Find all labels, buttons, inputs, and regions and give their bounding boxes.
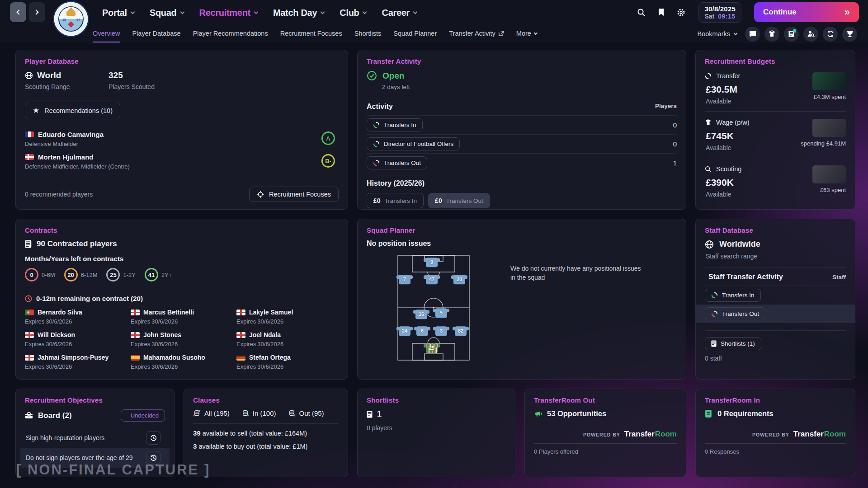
staff-transfers-out-button[interactable]: Transfers Out: [705, 307, 765, 320]
scouting-person-search-icon[interactable]: [803, 27, 818, 42]
card-title: Transfer Activity: [367, 57, 677, 65]
history-amount: £0: [435, 197, 442, 204]
menu-club[interactable]: Club: [340, 8, 366, 18]
nav-forward-button[interactable]: [29, 2, 45, 22]
pitch-jersey-3[interactable]: 3: [435, 326, 447, 336]
objective-history-button[interactable]: [146, 431, 160, 445]
requirements-headline: 0 Requirements: [717, 409, 774, 418]
expiring-player[interactable]: Stefan Ortega Expires30/6/2026: [236, 354, 339, 370]
pitch-jersey-82[interactable]: 82: [455, 326, 467, 336]
pitch-jersey-5[interactable]: 5: [435, 308, 447, 318]
nav-back-button[interactable]: [10, 2, 26, 22]
card-transferroom-in: TransferRoom In 0 Requirements POWERED B…: [695, 389, 855, 477]
pitch-jersey-24[interactable]: 24: [399, 326, 410, 336]
tab-player-recommendations[interactable]: Player Recommendations: [193, 25, 268, 42]
menu-label: Recruitment: [199, 8, 250, 18]
ring-label: 1-2Y: [123, 272, 135, 278]
player-name: Jahmai Simpson-Pusey: [38, 354, 108, 361]
board-objectives-label[interactable]: Board (2): [25, 411, 72, 420]
recruitment-focuses-button[interactable]: Recruitment Focuses: [249, 187, 339, 202]
expiring-player[interactable]: Marcus Bettinelli Expires30/6/2026: [131, 309, 233, 325]
nationality-flag: [25, 355, 34, 361]
transfer-out-cycle-icon: [711, 310, 718, 317]
expiring-player[interactable]: Will Dickson Expires30/6/2026: [25, 331, 127, 347]
messages-icon[interactable]: [745, 27, 760, 42]
expires-label: Expires: [25, 363, 44, 370]
menu-match-day[interactable]: Match Day: [273, 8, 324, 18]
continue-button[interactable]: Continue »: [754, 2, 859, 22]
expires-label: Expires: [236, 363, 256, 370]
player-position: Defensive Midfielder: [25, 141, 104, 147]
shortlists-players-note: 0 players: [367, 424, 506, 432]
pitch-jersey-9[interactable]: 9: [426, 258, 438, 267]
chevron-down-icon: [180, 9, 184, 14]
settings-gear-icon[interactable]: [675, 6, 687, 18]
tab-transfer-activity[interactable]: Transfer Activity: [449, 25, 504, 42]
tab-shortlists[interactable]: Shortlists: [354, 25, 382, 42]
menu-portal[interactable]: Portal: [102, 8, 134, 18]
club-crest-manchester-city[interactable]: 18 94: [52, 0, 90, 38]
tab-overview[interactable]: Overview: [93, 25, 120, 42]
briefcase-icon: [25, 412, 33, 419]
ring-6-12m[interactable]: 206-12M: [64, 268, 98, 282]
tab-recruitment-focuses[interactable]: Recruitment Focuses: [280, 25, 342, 42]
shortlists-count-row[interactable]: 1: [367, 409, 506, 419]
tab-player-database[interactable]: Player Database: [132, 25, 180, 42]
expiring-player[interactable]: Joel Ndala Expires30/6/2026: [236, 331, 339, 347]
game-date-time[interactable]: 30/8/2025 Sat09:15: [698, 2, 741, 23]
expiring-player[interactable]: John Stones Expires30/6/2026: [131, 331, 233, 347]
opportunities-row[interactable]: 53 Opportunities: [534, 409, 677, 418]
ring-0-6m[interactable]: 00-6M: [25, 268, 55, 282]
staff-transfers-in-button[interactable]: Transfers In: [705, 289, 761, 302]
undecided-status-badge[interactable]: - Undecided: [121, 409, 165, 422]
bookmarks-dropdown[interactable]: Bookmarks: [697, 30, 737, 38]
tab-more[interactable]: More: [516, 25, 537, 42]
expiring-player[interactable]: Lakyle Samuel Expires30/6/2026: [236, 309, 339, 325]
requirements-row[interactable]: 0 Requirements: [705, 409, 846, 418]
objective-row[interactable]: Sign high-reputation players: [25, 428, 165, 448]
recommended-player-row[interactable]: Eduardo Camavinga Defensive Midfielder A: [25, 131, 339, 147]
recommendations-button[interactable]: ★ Recommendations (10): [25, 102, 120, 119]
squad-jersey-icon[interactable]: [764, 27, 779, 42]
trophy-competitions-icon[interactable]: [842, 27, 857, 42]
budget-scouting[interactable]: Scouting £390K Available £63 spent: [705, 164, 846, 199]
squad-planner-pitch[interactable]: 97472016524638225: [397, 255, 470, 361]
expiring-player[interactable]: Jahmai Simpson-Pusey Expires30/6/2026: [25, 354, 127, 370]
menu-label: Career: [382, 8, 410, 18]
pitch-jersey-7[interactable]: 7: [399, 275, 410, 284]
expiring-player[interactable]: Mahamadou Susoho Expires30/6/2026: [131, 354, 233, 370]
pitch-jersey-25[interactable]: 25: [426, 343, 438, 353]
dof-offers-button[interactable]: Director of Football Offers: [367, 137, 460, 150]
list-document-icon: [367, 411, 373, 418]
pitch-jersey-16[interactable]: 16: [415, 310, 427, 319]
transfers-in-button[interactable]: Transfers In: [367, 118, 423, 131]
transfer-news-icon[interactable]: [784, 27, 799, 42]
tab-label: Shortlists: [354, 30, 382, 37]
tab-label: Transfer Activity: [449, 30, 495, 37]
menu-recruitment[interactable]: Recruitment: [199, 8, 258, 18]
clauses-filter-out[interactable]: Out (95): [288, 409, 324, 417]
budget-transfer[interactable]: Transfer £30.5M Available £4.3M spent: [705, 70, 846, 106]
history-transfers-out-button[interactable]: £0 Transfers Out: [428, 193, 490, 208]
pitch-jersey-6[interactable]: 6: [416, 326, 428, 336]
transferroom-brand: Transfer: [793, 430, 824, 439]
budget-value: £390K: [706, 177, 812, 188]
pitch-jersey-47[interactable]: 47: [426, 275, 438, 284]
pitch-jersey-20[interactable]: 20: [453, 275, 465, 284]
search-icon[interactable]: [635, 6, 647, 18]
sync-refresh-icon[interactable]: [823, 27, 838, 42]
clauses-filter-all[interactable]: All (195): [193, 409, 230, 417]
staff-shortlists-button[interactable]: Shortlists (1): [705, 337, 761, 350]
menu-career[interactable]: Career: [382, 8, 417, 18]
history-transfers-in-button[interactable]: £0 Transfers In: [367, 193, 424, 208]
expiring-player[interactable]: Bernardo Silva Expires30/6/2026: [25, 309, 127, 325]
clauses-filter-in[interactable]: In (100): [241, 409, 276, 417]
tab-squad-planner[interactable]: Squad Planner: [393, 25, 437, 42]
budget-wage[interactable]: Wage (p/w) £745K Available spending £4.9…: [705, 117, 846, 152]
ring-2y-plus[interactable]: 412Y+: [145, 268, 172, 282]
transfers-out-button[interactable]: Transfers Out: [367, 156, 427, 169]
recommended-player-row[interactable]: Morten Hjulmand Defensive Midfielder, Mi…: [25, 153, 339, 170]
bookmark-icon[interactable]: [655, 6, 667, 18]
menu-squad[interactable]: Squad: [150, 8, 184, 18]
ring-1-2y[interactable]: 251-2Y: [106, 268, 135, 282]
